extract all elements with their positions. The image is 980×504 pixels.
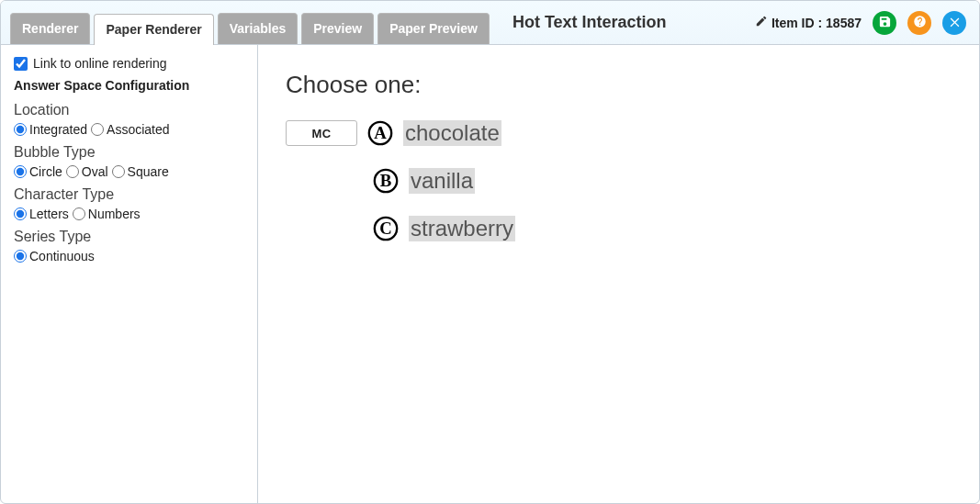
choice-row-b: Bvanilla: [372, 167, 952, 195]
location-option-integrated[interactable]: Integrated: [14, 122, 87, 137]
location-radio-integrated[interactable]: [14, 123, 27, 136]
svg-text:C: C: [379, 218, 392, 238]
pencil-icon: [755, 15, 768, 30]
series-type-radio-continuous[interactable]: [14, 250, 27, 263]
header-actions: Item ID : 18587: [755, 1, 979, 44]
mc-type-badge[interactable]: MC: [286, 120, 357, 146]
series-type-options: Continuous: [14, 249, 244, 263]
svg-text:A: A: [374, 123, 387, 142]
bubble-type-label: Bubble Type: [14, 144, 244, 161]
config-title: Answer Space Configuration: [14, 78, 244, 93]
choice-row-c: Cstrawberry: [372, 215, 952, 242]
bubble-type-option-square[interactable]: Square: [112, 164, 169, 179]
close-icon: [948, 15, 962, 31]
series-type-option-continuous[interactable]: Continuous: [14, 249, 95, 263]
bubble-type-radio-square[interactable]: [112, 165, 125, 178]
panel-body: Link to online rendering Answer Space Co…: [1, 45, 979, 503]
location-radio-associated[interactable]: [91, 123, 104, 136]
choice-text-c[interactable]: strawberry: [409, 216, 515, 242]
character-type-label: Character Type: [14, 186, 244, 203]
help-button[interactable]: [907, 11, 931, 35]
location-label: Location: [14, 102, 244, 118]
bubble-type-options: CircleOvalSquare: [14, 164, 244, 179]
save-button[interactable]: [873, 11, 896, 35]
link-online-label[interactable]: Link to online rendering: [33, 56, 167, 71]
location-options: IntegratedAssociated: [14, 122, 244, 137]
close-button[interactable]: [942, 11, 966, 35]
save-icon: [878, 15, 892, 31]
tab-paper-renderer[interactable]: Paper Renderer: [94, 14, 213, 45]
config-sidebar: Link to online rendering Answer Space Co…: [1, 45, 258, 503]
character-type-radio-numbers[interactable]: [73, 207, 85, 220]
character-type-option-letters[interactable]: Letters: [14, 207, 69, 221]
character-type-options: LettersNumbers: [14, 207, 244, 221]
location-option-associated[interactable]: Associated: [91, 122, 169, 137]
svg-text:B: B: [380, 171, 392, 190]
bubble-a-icon: A: [366, 119, 394, 147]
link-online-checkbox[interactable]: [14, 57, 28, 71]
bubble-b-icon: B: [372, 167, 400, 195]
character-type-radio-letters[interactable]: [14, 207, 27, 220]
character-type-option-numbers[interactable]: Numbers: [73, 207, 141, 221]
choice-text-b[interactable]: vanilla: [409, 168, 475, 195]
bubble-type-option-circle[interactable]: Circle: [14, 164, 62, 179]
bubble-type-radio-circle[interactable]: [14, 165, 27, 178]
interaction-title: Hot Text Interaction: [513, 1, 667, 44]
tab-preview[interactable]: Preview: [301, 13, 374, 44]
editor-panel: RendererPaper RendererVariablesPreviewPa…: [0, 0, 980, 504]
tab-variables[interactable]: Variables: [218, 13, 299, 44]
question-prompt: Choose one:: [286, 71, 952, 99]
tab-paper-preview[interactable]: Paper Preview: [377, 13, 490, 44]
series-type-label: Series Type: [14, 229, 244, 245]
tab-strip: RendererPaper RendererVariablesPreviewPa…: [1, 1, 490, 44]
bubble-type-radio-oval[interactable]: [66, 165, 79, 178]
item-id-label: Item ID : 18587: [755, 15, 862, 30]
choice-row-a: MCAchocolate: [286, 119, 952, 147]
bubble-type-option-oval[interactable]: Oval: [66, 164, 108, 179]
tab-renderer[interactable]: Renderer: [10, 13, 90, 44]
choice-text-a[interactable]: chocolate: [403, 120, 501, 147]
preview-content: Choose one: MCAchocolateBvanillaCstrawbe…: [258, 45, 979, 503]
bubble-c-icon: C: [372, 215, 400, 242]
panel-header: RendererPaper RendererVariablesPreviewPa…: [1, 1, 979, 45]
help-icon: [913, 15, 927, 31]
